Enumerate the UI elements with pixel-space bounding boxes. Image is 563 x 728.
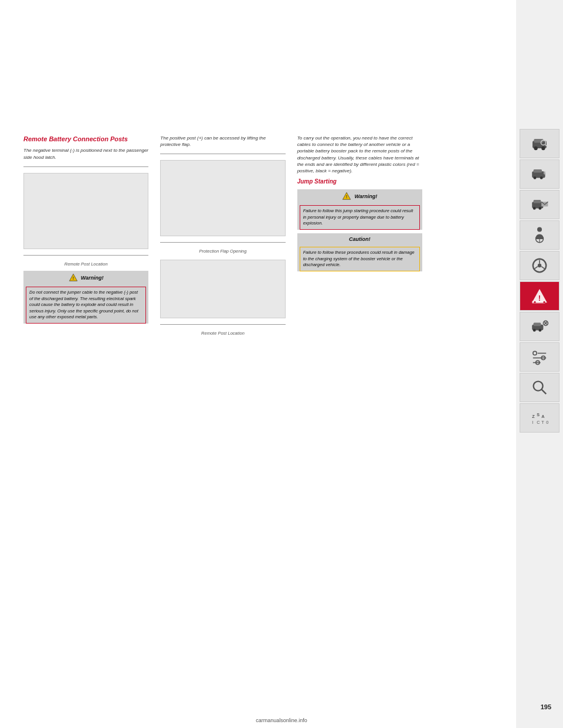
col3-warning-header: ! Warning!: [297, 189, 422, 203]
svg-text:C: C: [537, 420, 540, 425]
nav-icon-steering[interactable]: [520, 251, 559, 280]
svg-text:!: !: [346, 194, 347, 199]
nav-icon-settings-list[interactable]: [520, 342, 559, 372]
col2-body: The positive post (+) can be accessed by…: [160, 135, 285, 148]
col2-image-caption-top: Protection Flap Opening: [160, 249, 285, 255]
col3-caution-body: Failure to follow these procedures could…: [300, 247, 420, 271]
website-label: carmanualsonline.info: [256, 717, 307, 723]
nav-icon-car-search[interactable]: [520, 129, 559, 158]
svg-point-33: [543, 301, 545, 303]
svg-point-13: [540, 176, 543, 179]
content-area: Remote Battery Connection Posts The nega…: [18, 135, 428, 336]
language-icon: Z S A I C T 0: [530, 409, 549, 427]
col1-warning-body: Do not connect the jumper cable to the n…: [26, 287, 146, 324]
page-container: Remote Battery Connection Posts The nega…: [0, 0, 563, 728]
svg-rect-11: [534, 169, 542, 173]
svg-text:0: 0: [546, 420, 548, 425]
search-magnify-icon: [530, 378, 549, 397]
col1-warning-icon: !: [69, 273, 78, 283]
col3-warning-title: Warning!: [354, 193, 377, 200]
col3-caution-header: Caution!: [297, 233, 422, 246]
car-money-icon: $: [530, 165, 549, 183]
svg-point-7: [541, 147, 545, 150]
svg-point-12: [534, 176, 537, 179]
svg-text:A: A: [541, 414, 544, 419]
svg-text:!: !: [73, 276, 74, 281]
svg-text:S: S: [537, 412, 540, 417]
column-1: Remote Battery Connection Posts The nega…: [18, 135, 154, 336]
col3-body: To carry out the operation, you need to …: [297, 135, 422, 174]
col2-image-top: [160, 160, 285, 236]
svg-point-47: [534, 382, 543, 391]
svg-point-6: [534, 147, 537, 150]
col1-image: [23, 173, 148, 249]
col1-image-caption: Remote Post Location: [23, 261, 148, 268]
nav-icon-language[interactable]: Z S A I C T 0: [520, 403, 559, 433]
col1-title: Remote Battery Connection Posts: [23, 135, 148, 144]
svg-point-18: [538, 207, 541, 210]
col3-warning-box: ! Warning! Failure to follow this jump s…: [297, 189, 422, 230]
svg-rect-35: [534, 323, 541, 326]
steering-wheel-icon: [530, 256, 549, 275]
column-2: The positive post (+) can be accessed by…: [154, 135, 291, 336]
nav-icon-car-money[interactable]: $: [520, 159, 559, 189]
col1-divider2: [23, 255, 148, 256]
settings-list-icon: [530, 348, 549, 366]
car-mail-icon: [530, 195, 549, 214]
svg-line-28: [541, 267, 545, 269]
svg-text:Z: Z: [532, 414, 535, 419]
col2-divider1: [160, 154, 285, 154]
col3-warning-body: Failure to follow this jump starting pro…: [300, 205, 420, 230]
breakdown-icon: !: [530, 287, 549, 305]
svg-point-32: [534, 301, 535, 303]
col2-divider3: [160, 324, 285, 325]
svg-point-37: [538, 329, 541, 332]
svg-point-25: [538, 264, 541, 267]
col1-body: The negative terminal (-) is positioned …: [23, 147, 148, 160]
svg-rect-16: [534, 200, 541, 203]
nav-icon-breakdown[interactable]: !: [520, 281, 559, 311]
col2-divider2: [160, 242, 285, 243]
page-number: 195: [541, 703, 551, 710]
svg-text:$: $: [543, 170, 546, 175]
person-wheel-icon: [530, 226, 549, 244]
svg-line-27: [534, 267, 538, 269]
svg-text:T: T: [541, 420, 544, 425]
nav-icon-person-wheel[interactable]: [520, 220, 559, 250]
svg-point-41: [533, 351, 537, 355]
car-tools-icon: [530, 317, 549, 336]
col1-divider: [23, 166, 148, 167]
col3-caution-box: Caution! Failure to follow these procedu…: [297, 233, 422, 271]
column-3: To carry out the operation, you need to …: [291, 135, 428, 336]
nav-icon-car-mail[interactable]: [520, 190, 559, 219]
col1-warning-box: ! Warning! Do not connect the jumper cab…: [23, 271, 148, 324]
col3-section-heading: Jump Starting: [297, 178, 422, 186]
col1-warning-header: ! Warning!: [23, 271, 148, 285]
svg-text:I: I: [532, 420, 533, 425]
nav-icon-car-tools[interactable]: [520, 312, 559, 341]
right-sidebar: $: [516, 0, 563, 728]
col2-image-bottom: [160, 260, 285, 318]
col1-warning-title: Warning!: [81, 274, 104, 282]
col2-image-caption-bottom: Remote Post Location: [160, 331, 285, 337]
svg-point-17: [533, 207, 536, 210]
svg-line-48: [541, 389, 546, 394]
col3-caution-title: Caution!: [349, 236, 371, 243]
car-search-icon: [530, 134, 549, 153]
svg-point-20: [537, 227, 542, 232]
nav-icon-search[interactable]: [520, 373, 559, 402]
col3-warning-icon: !: [342, 192, 351, 201]
svg-point-36: [533, 329, 536, 332]
